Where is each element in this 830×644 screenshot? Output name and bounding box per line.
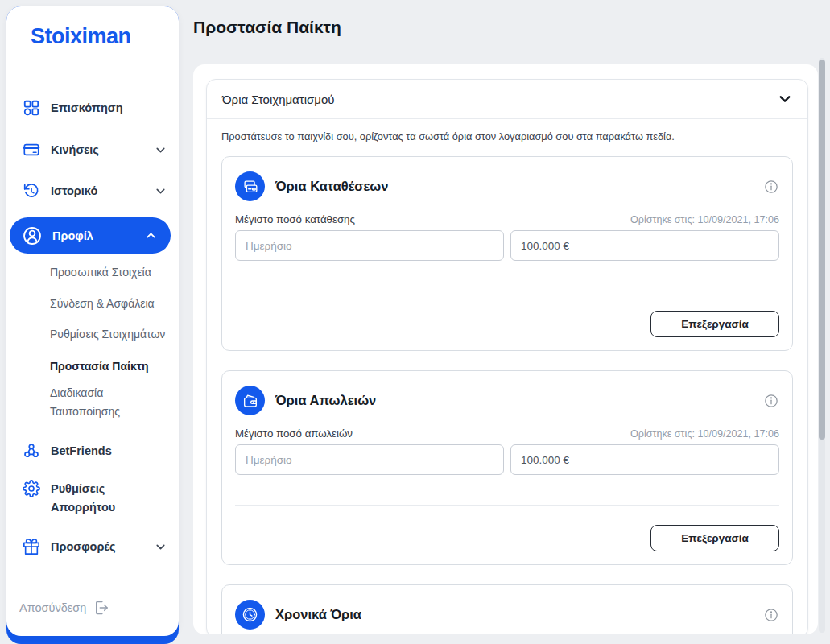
info-icon[interactable] [763,393,779,409]
sidebar: Stoiximan Επισκόπηση Κινήσεις [6,6,179,636]
sidebar-item-label: Ιστορικό [51,184,97,197]
gear-icon [23,480,40,497]
sidebar-item-label: Επισκόπηση [51,101,123,114]
field-label: Μέγιστο ποσό απωλειών [235,427,353,440]
sidebar-item-offers[interactable]: Προσφορές [23,534,167,559]
sidebar-item-label: Κινήσεις [51,143,99,156]
sidebar-subitem-verification[interactable]: Διαδικασία Ταυτοποίησης [50,384,155,421]
card-title: Όρια Απωλειών [275,393,376,408]
time-limits-card: Χρονικά Όρια [221,584,793,634]
logout-label: Αποσύνδεση [19,601,86,614]
chevron-down-icon [154,540,167,554]
wallet-icon [235,386,265,415]
sidebar-item-label: Ρυθμίσεις Απορρήτου [51,480,139,517]
field-label: Μέγιστο ποσό κατάθεσης [235,213,355,225]
sidebar-subitem-login-security[interactable]: Σύνδεση & Ασφάλεια [50,295,171,313]
amount-input[interactable] [510,230,779,261]
grid-icon [23,99,40,117]
history-icon [23,182,40,200]
card-title: Χρονικά Όρια [275,607,361,622]
set-at-timestamp: Ορίστηκε στις: 10/09/2021, 17:06 [630,428,779,440]
chevron-up-icon [144,229,158,242]
sidebar-item-history[interactable]: Ιστορικό [23,178,167,204]
info-icon[interactable] [763,607,779,623]
clock-icon [235,600,265,630]
sidebar-subitem-betting-settings[interactable]: Ρυθμίσεις Στοιχημάτων [50,325,171,344]
betting-limits-accordion: Όρια Στοιχηματισμού Προστάτευσε το παιχν… [206,79,808,634]
loss-limits-card: Όρια Απωλειών Μέγιστο ποσό απωλειών Ορίσ… [221,370,793,565]
sidebar-item-label: BetFriends [51,444,112,457]
chevron-down-icon [154,143,167,157]
amount-input[interactable] [510,444,779,475]
sidebar-item-label: Προφίλ [52,229,93,242]
sidebar-item-privacy-settings[interactable]: Ρυθμίσεις Απορρήτου [23,480,167,517]
divider [235,291,779,291]
page-title: Προστασία Παίκτη [193,18,341,37]
info-icon[interactable] [763,179,779,195]
sidebar-subitem-player-protection[interactable]: Προστασία Παίκτη [50,357,171,376]
edit-button[interactable]: Επεξεργασία [650,311,779,337]
period-input[interactable] [235,230,504,261]
chevron-down-icon [154,184,167,198]
divider [235,505,779,506]
period-input[interactable] [235,444,504,475]
edit-button[interactable]: Επεξεργασία [650,525,779,551]
accordion-title: Όρια Στοιχηματισμού [222,93,335,106]
sidebar-item-label: Προσφορές [51,540,116,553]
sidebar-item-transactions[interactable]: Κινήσεις [23,137,167,163]
scrollbar-thumb[interactable] [819,60,825,440]
sidebar-item-profile[interactable]: Προφίλ [10,217,171,254]
card-icon [23,141,40,159]
logout-button[interactable]: Αποσύνδεση [19,595,109,621]
set-at-timestamp: Ορίστηκε στις: 10/09/2021, 17:06 [630,214,779,225]
person-icon [22,225,43,246]
gift-icon [23,538,40,555]
deposit-limits-card: Όρια Καταθέσεων Μέγιστο ποσό κατάθεσης Ο… [221,156,793,351]
sidebar-subitem-personal-details[interactable]: Προσωπικά Στοιχεία [50,263,171,282]
logout-icon [93,600,109,616]
content-panel: Όρια Στοιχηματισμού Προστάτευσε το παιχν… [193,64,818,634]
sidebar-item-overview[interactable]: Επισκόπηση [23,95,167,121]
sidebar-item-betfriends[interactable]: BetFriends [23,438,167,464]
accordion-body: Προστάτευσε το παιχνίδι σου, ορίζοντας τ… [207,119,807,634]
accordion-header[interactable]: Όρια Στοιχηματισμού [207,80,807,119]
betfriends-icon [23,442,40,460]
cards-icon [235,171,265,201]
limits-description: Προστάτευσε το παιχνίδι σου, ορίζοντας τ… [221,130,793,143]
chevron-down-icon[interactable] [778,92,792,106]
card-title: Όρια Καταθέσεων [275,179,388,194]
stoiximan-logo: Stoiximan [31,24,131,49]
